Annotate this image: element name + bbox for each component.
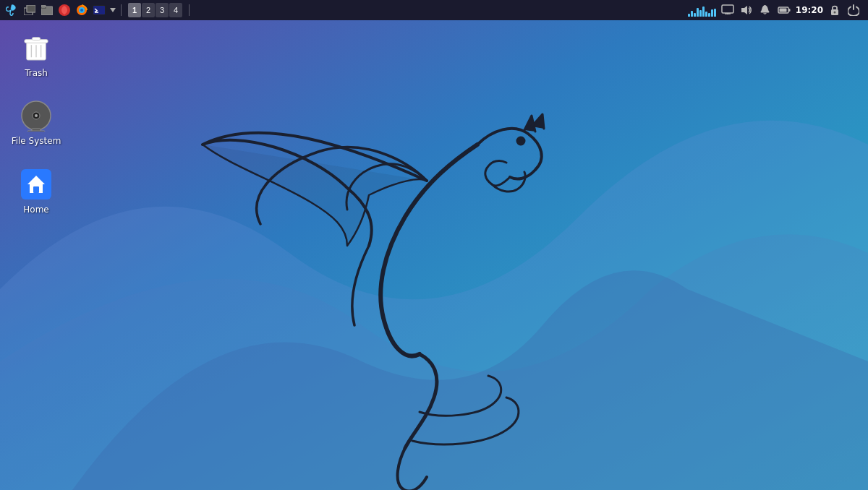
- svg-point-10: [80, 9, 83, 12]
- workspace-3-button[interactable]: 3: [156, 3, 169, 17]
- svg-rect-20: [779, 9, 786, 12]
- svg-rect-0: [0, 0, 868, 490]
- lock-icon[interactable]: [827, 3, 842, 17]
- svg-rect-3: [27, 5, 35, 12]
- svg-rect-21: [788, 9, 790, 12]
- chart-bar: [694, 13, 696, 17]
- home-icon-label: Home: [23, 205, 48, 215]
- firefox-icon[interactable]: [74, 2, 90, 18]
- svg-rect-18: [761, 12, 770, 13]
- chart-bar: [714, 9, 716, 17]
- svg-marker-13: [110, 8, 116, 12]
- taskbar-left: 1 2 3 4: [3, 1, 688, 19]
- svg-rect-34: [27, 131, 45, 132]
- svg-point-23: [834, 12, 836, 14]
- svg-point-1: [518, 138, 524, 144]
- svg-rect-26: [32, 38, 40, 40]
- chart-bar: [705, 12, 707, 17]
- file-manager-icon[interactable]: [39, 2, 55, 18]
- chart-bar: [702, 7, 705, 17]
- performance-chart: [688, 4, 716, 17]
- chart-bar: [699, 10, 702, 17]
- trash-desktop-icon[interactable]: Trash: [7, 27, 65, 81]
- kali-menu-button[interactable]: [3, 1, 20, 19]
- workspace-4-button[interactable]: 4: [169, 3, 182, 17]
- red-app-icon[interactable]: [56, 2, 72, 18]
- chart-bar: [711, 9, 713, 17]
- workspace-switcher: 1 2 3 4: [128, 3, 182, 17]
- home-icon-container: [21, 169, 51, 199]
- chart-bar: [691, 11, 693, 17]
- chart-bar: [697, 8, 699, 17]
- filesystem-icon-label: File System: [12, 136, 61, 146]
- taskbar: 1 2 3 4: [0, 0, 868, 20]
- svg-rect-36: [33, 186, 39, 193]
- workspace-2-button[interactable]: 2: [142, 3, 155, 17]
- svg-marker-17: [741, 6, 747, 14]
- desktop: 1 2 3 4: [0, 0, 868, 490]
- chart-bar: [708, 13, 710, 17]
- window-stack-icon[interactable]: [22, 2, 38, 18]
- taskbar-separator-1: [121, 4, 122, 16]
- trash-icon-image: [19, 30, 54, 65]
- taskbar-separator-2: [189, 4, 190, 16]
- taskbar-right: 19:20: [688, 3, 865, 17]
- home-desktop-icon[interactable]: Home: [7, 164, 65, 218]
- workspace-1-button[interactable]: 1: [128, 3, 141, 17]
- trash-icon-label: Trash: [25, 68, 48, 78]
- home-icon-image: [19, 167, 54, 202]
- volume-icon[interactable]: [739, 3, 754, 17]
- filesystem-desktop-icon[interactable]: File System: [7, 95, 65, 149]
- display-icon[interactable]: [720, 3, 735, 17]
- notification-icon[interactable]: [758, 3, 773, 17]
- desktop-icons: Trash File System: [7, 27, 65, 218]
- chart-bar: [688, 14, 690, 17]
- power-icon[interactable]: [846, 3, 861, 17]
- battery-icon[interactable]: [777, 3, 791, 17]
- svg-point-32: [35, 114, 38, 117]
- filesystem-icon-image: [19, 98, 54, 133]
- terminal-icon[interactable]: [91, 2, 107, 18]
- terminal-dropdown-arrow[interactable]: [109, 2, 117, 18]
- svg-rect-14: [722, 5, 733, 13]
- clock-display[interactable]: 19:20: [796, 5, 823, 15]
- svg-rect-6: [41, 5, 46, 7]
- svg-rect-12: [93, 6, 105, 14]
